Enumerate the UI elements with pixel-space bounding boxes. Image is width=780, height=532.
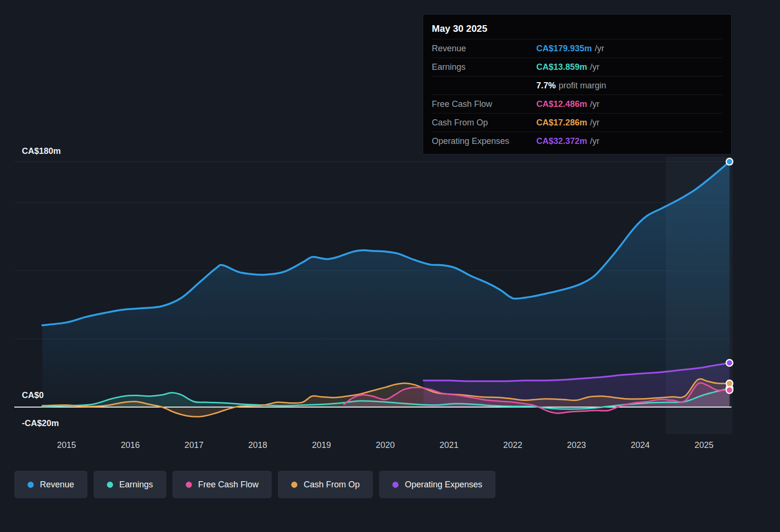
legend-item-cash-from-op[interactable]: Cash From Op <box>278 471 373 498</box>
endpoint-free-cash-flow[interactable] <box>726 387 733 393</box>
tooltip-label-revenue: Revenue <box>432 44 536 54</box>
endpoint-revenue[interactable] <box>726 158 733 165</box>
tooltip-value-earnings: CA$13.859m/yr <box>536 62 599 72</box>
revenue-legend-dot-icon <box>28 482 34 488</box>
cash-from-op-legend-dot-icon <box>291 482 297 488</box>
earnings-legend-dot-icon <box>107 482 113 488</box>
legend-label-operating-expenses: Operating Expenses <box>405 480 482 490</box>
x-axis-label-2018: 2018 <box>248 440 267 450</box>
legend-item-earnings[interactable]: Earnings <box>94 471 166 498</box>
legend: RevenueEarningsFree Cash FlowCash From O… <box>14 471 495 498</box>
tooltip-label-free-cash-flow: Free Cash Flow <box>432 99 536 109</box>
x-axis-label-2024: 2024 <box>631 440 650 450</box>
tooltip-row-revenue: Revenue CA$179.935m/yr <box>432 39 723 57</box>
tooltip-row-earnings: Earnings CA$13.859m/yr <box>432 57 723 76</box>
endpoint-cash-from-op[interactable] <box>726 380 733 387</box>
legend-label-earnings: Earnings <box>119 480 153 490</box>
tooltip-date: May 30 2025 <box>432 19 723 39</box>
x-axis-label-2017: 2017 <box>184 440 203 450</box>
tooltip-row-operating-expenses: Operating Expenses CA$32.372m/yr <box>432 132 723 150</box>
x-axis-label-2015: 2015 <box>57 440 76 450</box>
legend-label-cash-from-op: Cash From Op <box>304 480 360 490</box>
x-axis-label-2016: 2016 <box>121 440 140 450</box>
endpoint-operating-expenses[interactable] <box>726 360 733 366</box>
legend-item-revenue[interactable]: Revenue <box>14 471 87 498</box>
tooltip-label-cash-from-op: Cash From Op <box>432 118 536 128</box>
x-axis-label-2022: 2022 <box>503 440 522 450</box>
y-axis-label-180m: CA$180m <box>22 146 61 156</box>
y-axis-label-0: CA$0 <box>22 390 44 400</box>
legend-item-free-cash-flow[interactable]: Free Cash Flow <box>172 471 272 498</box>
tooltip-value-free-cash-flow: CA$12.486m/yr <box>536 99 599 109</box>
tooltip-row-cash-from-op: Cash From Op CA$17.286m/yr <box>432 113 723 132</box>
tooltip-value-cash-from-op: CA$17.286m/yr <box>536 118 599 128</box>
tooltip-value-profit-margin: 7.7%profit margin <box>536 81 606 91</box>
legend-item-operating-expenses[interactable]: Operating Expenses <box>379 471 495 498</box>
tooltip-value-revenue: CA$179.935m/yr <box>536 44 604 54</box>
tooltip-value-operating-expenses: CA$32.372m/yr <box>536 136 599 146</box>
tooltip-row-free-cash-flow: Free Cash Flow CA$12.486m/yr <box>432 95 723 113</box>
x-axis-label-2023: 2023 <box>567 440 586 450</box>
area-revenue <box>42 162 730 407</box>
x-axis-label-2021: 2021 <box>439 440 458 450</box>
tooltip-label-earnings: Earnings <box>432 62 536 72</box>
y-axis-label-neg20m: -CA$20m <box>22 418 59 428</box>
x-axis-label-2019: 2019 <box>312 440 331 450</box>
tooltip-row-profit-margin: 7.7%profit margin <box>432 76 723 95</box>
free-cash-flow-legend-dot-icon <box>186 482 192 488</box>
tooltip: May 30 2025 Revenue CA$179.935m/yr Earni… <box>423 14 732 154</box>
legend-label-free-cash-flow: Free Cash Flow <box>198 480 258 490</box>
operating-expenses-legend-dot-icon <box>392 482 399 488</box>
tooltip-label-operating-expenses: Operating Expenses <box>432 136 536 146</box>
x-axis-label-2025: 2025 <box>694 440 713 450</box>
legend-label-revenue: Revenue <box>40 480 74 490</box>
x-axis-label-2020: 2020 <box>376 440 395 450</box>
